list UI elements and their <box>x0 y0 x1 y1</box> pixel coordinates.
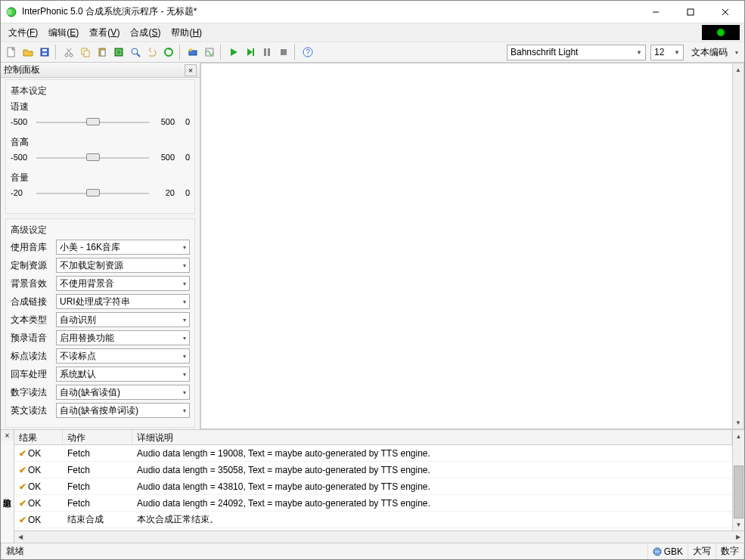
encoding-combo[interactable]: 文本编码 ▾ <box>688 45 741 60</box>
font-combo[interactable]: Bahnschrift Light ▼ <box>507 45 646 60</box>
log-col-detail[interactable]: 详细说明 <box>132 430 732 444</box>
adv-combo[interactable]: 自动识别▾ <box>56 312 190 327</box>
log-header: 结果 动作 详细说明 <box>14 430 732 445</box>
new-file-icon[interactable] <box>4 45 19 60</box>
adv-combo[interactable]: 小美 - 16K音库▾ <box>56 240 190 255</box>
log-action: Fetch <box>63 465 132 475</box>
adv-label: 数字读法 <box>11 386 53 399</box>
adv-row-5: 预录语音启用替换功能▾ <box>11 330 190 345</box>
log-action: Fetch <box>63 448 132 459</box>
menu-h[interactable]: 帮助(H) <box>166 25 206 41</box>
slider-thumb[interactable] <box>86 189 100 196</box>
minimize-button[interactable] <box>638 2 673 23</box>
scroll-up-icon[interactable]: ▲ <box>733 430 744 442</box>
scroll-down-icon[interactable]: ▼ <box>733 416 743 429</box>
svg-rect-17 <box>101 50 105 56</box>
fontsize-combo[interactable]: 12 ▼ <box>650 45 684 60</box>
basic-settings-title: 基本设定 <box>11 85 190 97</box>
undo-icon[interactable] <box>144 45 160 60</box>
log-vscrollbar[interactable]: ▲ ▼ <box>732 430 744 531</box>
status-num: 数字 <box>716 543 744 559</box>
log-detail: Audio data length = 24092, Text = maybe … <box>132 498 732 509</box>
check-icon: ✔ <box>19 465 26 475</box>
adv-combo[interactable]: URI处理成字符串▾ <box>56 294 190 309</box>
log-main: 结果 动作 详细说明 ✔OKFetchAudio data length = 1… <box>14 430 744 543</box>
slider-label: 语速 <box>11 101 190 113</box>
adv-combo[interactable]: 不加载定制资源▾ <box>56 258 190 273</box>
scroll-left-icon[interactable]: ◀ <box>14 531 26 543</box>
text-editor[interactable] <box>200 63 732 429</box>
titlebar: InterPhonic 5.0 合成系统演示程序 - 无标题* <box>1 1 744 23</box>
slider-0: 语速-5005000 <box>11 101 190 128</box>
play-selection-icon[interactable] <box>243 45 258 60</box>
adv-combo[interactable]: 启用替换功能▾ <box>56 330 190 345</box>
adv-row-1: 定制资源不加载定制资源▾ <box>11 258 190 273</box>
log-close-button[interactable]: × <box>1 430 14 441</box>
menu-v[interactable]: 查看(V) <box>85 25 124 41</box>
adv-combo[interactable]: 不使用背景音▾ <box>56 276 190 291</box>
log-detail: Audio data length = 43810, Text = maybe … <box>132 481 732 492</box>
slider-track[interactable] <box>36 115 149 128</box>
adv-combo[interactable]: 自动(缺省按单词读)▾ <box>56 403 190 418</box>
svg-rect-9 <box>42 53 47 55</box>
scroll-up-icon[interactable]: ▲ <box>733 63 743 76</box>
scroll-right-icon[interactable]: ▶ <box>732 531 744 543</box>
separator <box>294 45 297 60</box>
slider-thumb[interactable] <box>86 153 100 161</box>
adv-value: 不加载定制资源 <box>60 259 180 272</box>
cut-icon[interactable] <box>61 45 76 60</box>
control-panel-title: 控制面板 <box>4 63 185 76</box>
chevron-down-icon: ▾ <box>183 389 186 396</box>
adv-label: 回车处理 <box>11 368 53 381</box>
check-icon: ✔ <box>19 515 26 525</box>
export-wave-icon[interactable] <box>202 45 217 60</box>
redo-icon[interactable] <box>161 45 176 60</box>
pause-icon[interactable] <box>259 45 275 60</box>
play-icon[interactable] <box>226 45 241 60</box>
select-all-icon[interactable] <box>111 45 126 60</box>
copy-icon[interactable] <box>78 45 93 60</box>
adv-value: 小美 - 16K音库 <box>60 241 180 254</box>
scroll-thumb[interactable] <box>734 466 743 518</box>
log-row[interactable]: ✔OKFetchAudio data length = 19008, Text … <box>14 445 732 462</box>
adv-combo[interactable]: 不读标点▾ <box>56 348 190 364</box>
slider-thumb[interactable] <box>86 118 100 125</box>
log-row[interactable]: ✔OKFetchAudio data length = 35058, Text … <box>14 462 732 478</box>
scroll-down-icon[interactable]: ▼ <box>733 518 744 531</box>
adv-value: 不读标点 <box>60 350 180 363</box>
adv-label: 定制资源 <box>11 259 53 272</box>
menu-e[interactable]: 编辑(E) <box>44 25 83 41</box>
save-file-icon[interactable] <box>37 45 52 60</box>
slider-value: 0 <box>179 188 190 197</box>
log-col-action[interactable]: 动作 <box>63 430 132 444</box>
adv-combo[interactable]: 自动(缺省读值)▾ <box>56 385 190 400</box>
find-icon[interactable] <box>128 45 143 60</box>
adv-label: 背景音效 <box>11 277 53 290</box>
slider-track[interactable] <box>36 150 149 164</box>
adv-combo[interactable]: 系统默认▾ <box>56 367 190 382</box>
log-row[interactable]: ✔OK结束合成本次合成正常结束。 <box>14 512 732 528</box>
synth-config-icon[interactable] <box>185 45 200 60</box>
log-col-result[interactable]: 结果 <box>14 430 63 444</box>
close-button[interactable] <box>708 2 743 23</box>
log-detail: 本次合成正常结束。 <box>132 513 732 526</box>
chevron-down-icon: ▾ <box>735 49 738 56</box>
log-tab[interactable]: 信息输出 <box>1 441 14 543</box>
slider-min: -20 <box>11 188 32 197</box>
control-panel-close[interactable]: × <box>185 64 197 76</box>
stop-icon[interactable] <box>276 45 291 60</box>
log-hscrollbar[interactable]: ◀ ▶ <box>14 531 744 543</box>
separator <box>55 45 58 60</box>
paste-icon[interactable] <box>95 45 110 60</box>
menu-s[interactable]: 合成(S) <box>126 25 165 41</box>
log-row[interactable]: ✔OKFetchAudio data length = 24092, Text … <box>14 495 732 512</box>
open-file-icon[interactable] <box>20 45 36 60</box>
editor-vscrollbar[interactable]: ▲ ▼ <box>732 63 744 429</box>
help-icon[interactable]: ? <box>300 45 315 60</box>
maximize-button[interactable] <box>673 2 708 23</box>
log-row[interactable]: ✔OKFetchAudio data length = 43810, Text … <box>14 478 732 495</box>
adv-label: 标点读法 <box>11 350 53 363</box>
menu-f[interactable]: 文件(F) <box>4 25 42 41</box>
slider-track[interactable] <box>36 186 149 200</box>
status-encoding-text: GBK <box>664 546 683 557</box>
